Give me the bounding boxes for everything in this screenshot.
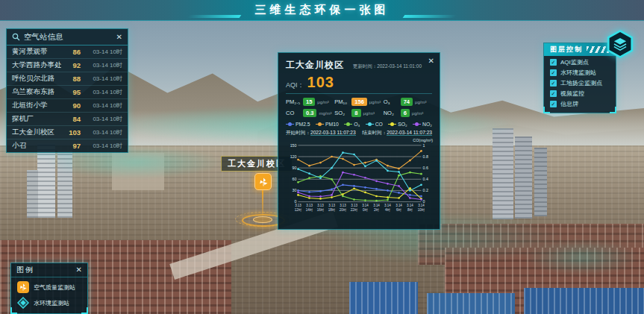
- checkbox-checked[interactable]: ✓: [550, 90, 557, 97]
- layer-list: ✓AQI监测点✓水环境监测站✓工地扬尘监测点✓视频监控✓信息牌: [544, 56, 616, 108]
- svg-text:0.2: 0.2: [422, 188, 428, 192]
- building-block: [493, 128, 513, 219]
- svg-text:60: 60: [293, 177, 297, 181]
- layer-item-label: 信息牌: [560, 100, 578, 108]
- popup-title: 工大金川校区: [286, 59, 344, 72]
- layers-icon: [611, 36, 629, 52]
- industrial-building: [427, 293, 515, 314]
- marker-pole: [262, 189, 263, 216]
- svg-text:150: 150: [290, 143, 297, 148]
- svg-text:2时: 2时: [374, 208, 379, 212]
- svg-text:3.14: 3.14: [362, 204, 369, 207]
- layer-panel-header: 图层控制: [544, 43, 616, 56]
- station-row[interactable]: 工大金川校区10303-14 10时: [7, 126, 128, 139]
- station-row[interactable]: 北垣街小学9003-14 10时: [7, 99, 128, 113]
- station-name: 探机厂: [12, 114, 61, 124]
- pollutant-cell: NO₂6μg/m³: [384, 109, 432, 117]
- marker-ring-inner: [253, 216, 272, 223]
- station-row[interactable]: 呼伦贝尔北路8803-14 10时: [7, 72, 128, 86]
- station-aqi-value: 90: [61, 101, 81, 110]
- station-list: 黄河景观带8603-14 10时大学西路办事处9203-14 10时呼伦贝尔北路…: [7, 45, 128, 152]
- svg-text:3.13: 3.13: [317, 204, 324, 207]
- end-time: 结束时间：2022-03-14 11:07:23: [362, 130, 432, 136]
- building-block: [37, 143, 55, 218]
- legend-item[interactable]: O₃: [344, 122, 360, 127]
- station-row[interactable]: 小召9703-14 10时: [7, 139, 128, 152]
- checkbox-checked[interactable]: ✓: [550, 59, 557, 66]
- legend-item[interactable]: NO₂: [413, 122, 432, 127]
- legend-item[interactable]: PM2.5: [286, 122, 310, 127]
- legend-item[interactable]: CO: [366, 122, 383, 127]
- windmill-icon: [258, 177, 269, 187]
- building-block: [27, 170, 38, 218]
- layer-item[interactable]: ✓工地扬尘监测点: [544, 77, 616, 87]
- checkbox-checked[interactable]: ✓: [550, 101, 557, 107]
- close-icon[interactable]: ✕: [76, 266, 82, 274]
- pollutant-cell: PM₁₀156μg/m³: [334, 98, 383, 106]
- station-row[interactable]: 黄河景观带8603-14 10时: [7, 45, 128, 59]
- station-name: 工大金川校区: [12, 128, 61, 137]
- station-time: 03-14 10时: [81, 142, 122, 150]
- air-station-marker-icon[interactable]: [254, 173, 272, 190]
- svg-text:16时: 16时: [317, 208, 325, 212]
- svg-text:3.13: 3.13: [306, 204, 313, 207]
- layer-item[interactable]: ✓AQI监测点: [544, 56, 616, 66]
- legend-item[interactable]: SO₂: [388, 122, 407, 127]
- svg-text:3.13: 3.13: [351, 204, 357, 207]
- close-icon[interactable]: ✕: [428, 57, 434, 65]
- legend-item: 水环境监测站: [11, 293, 87, 309]
- station-time: 03-14 10时: [81, 88, 122, 96]
- svg-text:3.14: 3.14: [407, 204, 413, 207]
- layer-item[interactable]: ✓水环境监测站: [544, 66, 616, 77]
- building-block: [534, 148, 547, 216]
- svg-text:0.6: 0.6: [422, 166, 428, 170]
- station-aqi-value: 95: [61, 88, 81, 96]
- station-list-panel: 空气站信息 ✕ 黄河景观带8603-14 10时大学西路办事处9203-14 1…: [6, 28, 128, 153]
- station-row[interactable]: 大学西路办事处9203-14 10时: [7, 59, 128, 72]
- station-time: 03-14 10时: [81, 48, 122, 56]
- station-panel-header: 空气站信息 ✕: [7, 29, 128, 45]
- svg-text:8时: 8时: [407, 208, 413, 212]
- aqi-value: 103: [307, 74, 334, 91]
- layer-item[interactable]: ✓视频监控: [544, 87, 616, 98]
- station-time: 03-14 10时: [81, 75, 122, 83]
- app-root: 三维生态环保一张图 空气站信息 ✕ 黄河景观带8603-14 10时大学西路办事…: [0, 0, 644, 314]
- station-row[interactable]: 乌兰察布东路9503-14 10时: [7, 86, 128, 99]
- legend-item-label: 水环境监测站: [34, 299, 69, 307]
- legend-list: 空气质量监测站水环境监测站: [11, 277, 87, 309]
- page-title: 三维生态环保一张图: [0, 3, 644, 17]
- layer-hexagon-button[interactable]: [606, 30, 634, 58]
- svg-text:4时: 4时: [385, 208, 390, 212]
- building-block: [515, 136, 532, 219]
- station-name: 黄河景观带: [12, 47, 61, 57]
- svg-text:90: 90: [293, 166, 297, 170]
- start-time: 开始时间：2022-03-13 11:07:23: [286, 130, 356, 136]
- search-icon: [12, 33, 20, 41]
- svg-text:6时: 6时: [396, 208, 401, 212]
- legend-item[interactable]: PM10: [316, 122, 339, 127]
- water-station-icon: [17, 297, 29, 309]
- svg-text:3.13: 3.13: [340, 204, 346, 207]
- layer-item-label: AQI监测点: [560, 58, 589, 66]
- station-time: 03-14 10时: [81, 128, 122, 136]
- station-aqi-value: 103: [61, 128, 81, 136]
- station-name: 北垣街小学: [12, 101, 61, 110]
- station-aqi-value: 84: [61, 115, 81, 123]
- station-time: 03-14 10时: [81, 115, 122, 123]
- legend-item: 空气质量监测站: [11, 277, 87, 293]
- svg-text:0时: 0时: [363, 208, 368, 212]
- pollutant-cell: O₃74μg/m³: [384, 98, 432, 106]
- station-name: 小召: [12, 141, 61, 151]
- legend-panel-title: 图例: [16, 265, 76, 275]
- industrial-building: [349, 282, 418, 314]
- station-aqi-value: 92: [61, 61, 81, 69]
- layer-item-label: 工地扬尘监测点: [560, 79, 602, 87]
- svg-text:3.14: 3.14: [396, 204, 402, 207]
- layer-item[interactable]: ✓信息牌: [544, 98, 616, 108]
- station-row[interactable]: 探机厂8403-14 10时: [7, 113, 128, 126]
- checkbox-checked[interactable]: ✓: [550, 80, 557, 87]
- checkbox-checked[interactable]: ✓: [550, 69, 557, 76]
- pollutant-cell: CO0.3mg/m³: [286, 109, 334, 117]
- svg-text:22时: 22时: [351, 208, 358, 212]
- close-icon[interactable]: ✕: [116, 34, 122, 41]
